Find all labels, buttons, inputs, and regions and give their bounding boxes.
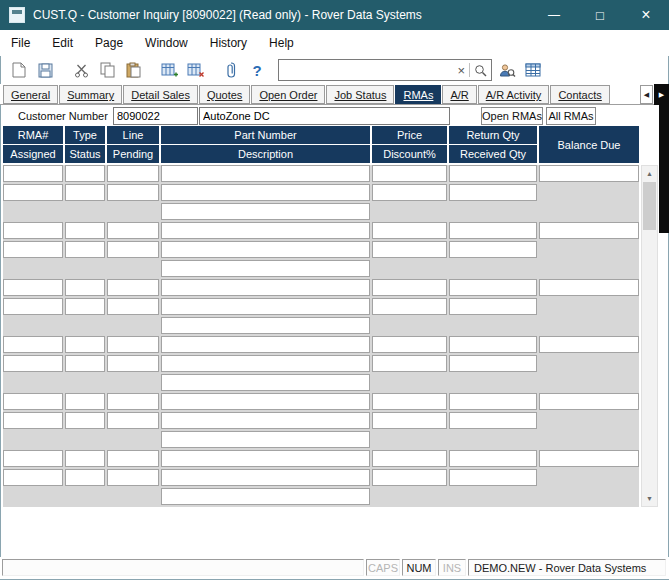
line-cell[interactable]: [107, 393, 159, 410]
description-cell[interactable]: [161, 412, 370, 429]
extended-description-cell[interactable]: [161, 374, 370, 391]
type-cell[interactable]: [65, 393, 105, 410]
grid-add-icon[interactable]: [158, 59, 180, 81]
balance-due-cell[interactable]: [539, 336, 639, 353]
price-cell[interactable]: [372, 279, 447, 296]
part-number-cell[interactable]: [161, 279, 370, 296]
tab-detail-sales[interactable]: Detail Sales: [123, 85, 198, 104]
discount-cell[interactable]: [372, 298, 447, 315]
balance-due-cell[interactable]: [539, 279, 639, 296]
discount-cell[interactable]: [372, 355, 447, 372]
price-cell[interactable]: [372, 450, 447, 467]
search-input[interactable]: [279, 63, 453, 77]
assigned-cell[interactable]: [3, 412, 63, 429]
status-cell[interactable]: [65, 241, 105, 258]
table-row[interactable]: [0, 279, 640, 336]
received-qty-cell[interactable]: [449, 412, 537, 429]
pending-cell[interactable]: [107, 298, 159, 315]
tab-scroll-left-icon[interactable]: ◀: [640, 85, 653, 104]
description-cell[interactable]: [161, 298, 370, 315]
tab-contacts[interactable]: Contacts: [550, 85, 609, 104]
assigned-cell[interactable]: [3, 298, 63, 315]
discount-cell[interactable]: [372, 241, 447, 258]
pending-cell[interactable]: [107, 184, 159, 201]
tab-scroll-right-icon[interactable]: ▶: [654, 84, 669, 105]
tab-rmas[interactable]: RMAs: [395, 85, 441, 104]
tab-ar[interactable]: A/R: [442, 85, 476, 104]
menu-history[interactable]: History: [199, 30, 258, 56]
scroll-down-icon[interactable]: ▼: [642, 491, 657, 506]
table-row[interactable]: [0, 393, 640, 450]
assigned-cell[interactable]: [3, 184, 63, 201]
part-number-cell[interactable]: [161, 450, 370, 467]
table-row[interactable]: [0, 336, 640, 393]
line-cell[interactable]: [107, 222, 159, 239]
balance-due-cell[interactable]: [539, 450, 639, 467]
price-cell[interactable]: [372, 165, 447, 182]
tab-summary[interactable]: Summary: [59, 85, 122, 104]
table-row[interactable]: [0, 222, 640, 279]
attachment-paperclip-icon[interactable]: [220, 59, 242, 81]
table-row[interactable]: [0, 450, 640, 507]
menu-page[interactable]: Page: [84, 30, 134, 56]
pending-cell[interactable]: [107, 355, 159, 372]
copy-icon[interactable]: [96, 59, 118, 81]
new-document-icon[interactable]: [8, 59, 30, 81]
extended-description-cell[interactable]: [161, 431, 370, 448]
status-cell[interactable]: [65, 412, 105, 429]
type-cell[interactable]: [65, 222, 105, 239]
rma-cell[interactable]: [3, 450, 63, 467]
assigned-cell[interactable]: [3, 355, 63, 372]
open-rmas-button[interactable]: Open RMAs: [481, 107, 543, 125]
description-cell[interactable]: [161, 184, 370, 201]
extended-description-cell[interactable]: [161, 488, 370, 505]
return-qty-cell[interactable]: [449, 222, 537, 239]
return-qty-cell[interactable]: [449, 279, 537, 296]
scroll-up-icon[interactable]: ▲: [642, 166, 657, 181]
discount-cell[interactable]: [372, 184, 447, 201]
maximize-button[interactable]: □: [577, 0, 623, 30]
description-cell[interactable]: [161, 241, 370, 258]
type-cell[interactable]: [65, 336, 105, 353]
customer-name-field[interactable]: [199, 107, 450, 125]
rma-cell[interactable]: [3, 336, 63, 353]
description-cell[interactable]: [161, 469, 370, 486]
paste-icon[interactable]: [122, 59, 144, 81]
received-qty-cell[interactable]: [449, 469, 537, 486]
return-qty-cell[interactable]: [449, 393, 537, 410]
type-cell[interactable]: [65, 450, 105, 467]
balance-due-cell[interactable]: [539, 165, 639, 182]
all-rmas-button[interactable]: All RMAs: [546, 107, 596, 125]
pending-cell[interactable]: [107, 241, 159, 258]
scrollbar-thumb[interactable]: [643, 182, 656, 230]
line-cell[interactable]: [107, 336, 159, 353]
extended-description-cell[interactable]: [161, 203, 370, 220]
price-cell[interactable]: [372, 222, 447, 239]
status-cell[interactable]: [65, 298, 105, 315]
cut-icon[interactable]: [70, 59, 92, 81]
tab-ar-activity[interactable]: A/R Activity: [478, 85, 550, 104]
line-cell[interactable]: [107, 279, 159, 296]
discount-cell[interactable]: [372, 412, 447, 429]
tab-quotes[interactable]: Quotes: [199, 85, 250, 104]
line-cell[interactable]: [107, 165, 159, 182]
menu-help[interactable]: Help: [258, 30, 305, 56]
line-cell[interactable]: [107, 450, 159, 467]
rma-cell[interactable]: [3, 165, 63, 182]
tab-general[interactable]: General: [3, 85, 58, 104]
received-qty-cell[interactable]: [449, 241, 537, 258]
type-cell[interactable]: [65, 165, 105, 182]
minimize-button[interactable]: —: [531, 0, 577, 30]
search-clear-icon[interactable]: ×: [453, 63, 469, 78]
grid-delete-icon[interactable]: [184, 59, 206, 81]
discount-cell[interactable]: [372, 469, 447, 486]
customer-number-field[interactable]: [113, 107, 198, 125]
received-qty-cell[interactable]: [449, 355, 537, 372]
part-number-cell[interactable]: [161, 222, 370, 239]
part-number-cell[interactable]: [161, 393, 370, 410]
tab-job-status[interactable]: Job Status: [326, 85, 394, 104]
balance-due-cell[interactable]: [539, 393, 639, 410]
menu-window[interactable]: Window: [134, 30, 199, 56]
status-cell[interactable]: [65, 355, 105, 372]
pending-cell[interactable]: [107, 469, 159, 486]
